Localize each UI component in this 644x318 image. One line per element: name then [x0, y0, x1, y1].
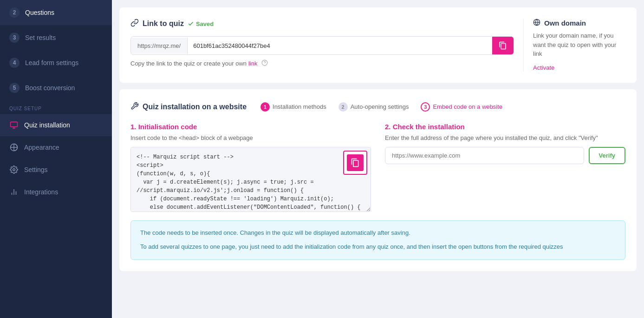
sidebar-item-integrations[interactable]: Integrations: [0, 181, 112, 203]
link-card-title: Link to quiz Saved: [130, 19, 514, 29]
activate-link[interactable]: Activate: [533, 64, 554, 71]
copy-url-button[interactable]: [492, 37, 514, 54]
tab-label-1: Installation methods: [273, 103, 326, 110]
verify-url-input[interactable]: [385, 147, 584, 164]
globe-icon: [533, 19, 540, 27]
sidebar-item-settings[interactable]: Settings: [0, 159, 112, 181]
saved-badge: Saved: [188, 20, 214, 27]
settings-icon: [9, 165, 19, 174]
tab-num-2: 2: [338, 102, 348, 112]
hint-text: Copy the link to the quiz or create your…: [130, 60, 247, 67]
link-hint: Copy the link to the quiz or create your…: [130, 60, 514, 67]
sidebar-item-label: Quiz installation: [24, 121, 70, 129]
info-box: The code needs to be inserted once. Chan…: [130, 220, 625, 260]
link-card-heading: Link to quiz: [143, 20, 184, 28]
sidebar: 2 Questions 3 Set results 4 Lead form se…: [0, 0, 112, 318]
install-card: Quiz installation on a website 1 Install…: [119, 89, 637, 272]
sidebar-step-questions[interactable]: 2 Questions: [0, 0, 112, 25]
tab-embed-code[interactable]: 3 Embed code on a website: [416, 100, 507, 113]
link-icon: [130, 19, 139, 29]
own-domain-title: Own domain: [533, 19, 625, 27]
section2-title: 2. Check the installation: [385, 123, 625, 131]
own-link-link[interactable]: link: [248, 60, 258, 67]
quiz-installation-icon: [9, 120, 19, 130]
help-icon: [261, 60, 268, 67]
sidebar-item-quiz-installation[interactable]: Quiz installation: [0, 114, 112, 136]
sidebar-step-label: Questions: [25, 9, 54, 16]
copy-code-button[interactable]: [343, 151, 367, 175]
svg-point-4: [13, 169, 15, 171]
install-header: Quiz installation on a website 1 Install…: [130, 100, 625, 113]
tab-num-3: 3: [421, 102, 430, 112]
install-tabs: 1 Installation methods 2 Auto-opening se…: [256, 100, 507, 113]
own-domain-section: Own domain Link your domain name, if you…: [523, 19, 625, 72]
tab-auto-opening[interactable]: 2 Auto-opening settings: [334, 100, 414, 113]
sidebar-item-appearance[interactable]: Appearance: [0, 136, 112, 159]
install-section-2: 2. Check the installation Enter the full…: [385, 123, 625, 214]
sidebar-item-label: Settings: [24, 166, 48, 173]
section1-desc: Insert code to the <head> block of a web…: [130, 134, 371, 141]
sidebar-step-set-results[interactable]: 3 Set results: [0, 25, 112, 50]
code-textarea[interactable]: <!-- Marquiz script start --> <script> (…: [130, 147, 371, 212]
url-input[interactable]: [188, 38, 492, 54]
link-to-quiz-card: Link to quiz Saved https://mrqz.me/ Copy…: [119, 7, 637, 83]
code-area-wrapper: <!-- Marquiz script start --> <script> (…: [130, 147, 371, 214]
link-card-main: Link to quiz Saved https://mrqz.me/ Copy…: [130, 19, 514, 72]
install-body: 1. Initialisation code Insert code to th…: [130, 123, 625, 214]
own-domain-description: Link your domain name, if you want the q…: [533, 31, 625, 59]
copy-code-inner: [347, 154, 364, 171]
sidebar-item-label: Integrations: [24, 188, 58, 196]
install-title: Quiz installation on a website: [130, 102, 247, 112]
section1-title: 1. Initialisation code: [130, 123, 371, 131]
info-line-1: The code needs to be inserted once. Chan…: [140, 228, 616, 238]
step-num-5: 5: [9, 83, 20, 93]
wrench-icon: [130, 102, 139, 112]
sidebar-step-label: Boost conversion: [25, 84, 75, 92]
appearance-icon: [9, 143, 19, 152]
sidebar-step-label: Set results: [25, 34, 56, 41]
sidebar-item-label: Appearance: [24, 144, 59, 151]
tab-installation-methods[interactable]: 1 Installation methods: [256, 100, 331, 113]
integrations-icon: [9, 187, 19, 197]
step-num-3: 3: [9, 33, 20, 43]
tab-label-3: Embed code on a website: [433, 103, 502, 110]
main-content: Link to quiz Saved https://mrqz.me/ Copy…: [112, 0, 644, 318]
svg-rect-0: [11, 122, 18, 127]
url-row: https://mrqz.me/: [130, 36, 514, 55]
saved-label: Saved: [196, 20, 214, 27]
verify-row: Verify: [385, 147, 625, 164]
section2-desc: Enter the full address of the page where…: [385, 134, 625, 141]
info-line-2: To add several quizzes to one page, you …: [140, 242, 616, 252]
sidebar-step-lead-form[interactable]: 4 Lead form settings: [0, 50, 112, 75]
tab-num-1: 1: [260, 102, 270, 112]
url-prefix: https://mrqz.me/: [131, 38, 188, 54]
install-section-1: 1. Initialisation code Insert code to th…: [130, 123, 371, 214]
step-num-2: 2: [9, 7, 20, 18]
tab-label-2: Auto-opening settings: [351, 103, 409, 110]
step-num-4: 4: [9, 58, 20, 68]
sidebar-step-label: Lead form settings: [25, 59, 78, 66]
quiz-setup-label: QUIZ SETUP: [0, 100, 112, 114]
sidebar-step-boost[interactable]: 5 Boost conversion: [0, 75, 112, 100]
own-domain-heading: Own domain: [544, 19, 586, 27]
verify-button[interactable]: Verify: [589, 147, 625, 164]
install-heading: Quiz installation on a website: [143, 103, 247, 111]
